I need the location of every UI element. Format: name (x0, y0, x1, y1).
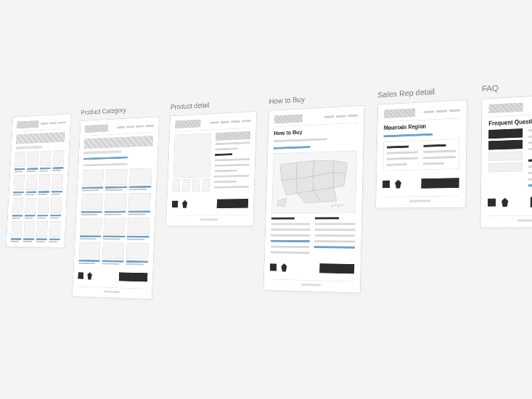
primary-cta-button[interactable] (319, 263, 354, 273)
svg-point-0 (332, 205, 333, 207)
logo-placeholder (85, 124, 108, 133)
copy-columns (270, 216, 355, 255)
faq-nav-item[interactable] (488, 151, 523, 161)
product-card[interactable] (102, 242, 124, 265)
logo-placeholder (384, 108, 415, 118)
filter-link[interactable] (83, 157, 128, 160)
grid-card[interactable] (37, 198, 49, 219)
logo-placeholder (274, 114, 303, 123)
cta-row (172, 199, 248, 208)
faq-nav-item-active[interactable] (488, 128, 523, 139)
category-grid (78, 168, 152, 266)
top-nav (324, 115, 358, 118)
grid-card[interactable] (36, 221, 48, 242)
grid-card[interactable] (52, 150, 64, 171)
site-header (17, 119, 66, 132)
grid-card[interactable] (12, 198, 23, 219)
catalog-icon (270, 263, 277, 271)
product-card[interactable] (126, 243, 149, 266)
cta-row (488, 197, 532, 207)
site-header (384, 106, 460, 122)
site-header (175, 117, 251, 132)
grid-card[interactable] (52, 174, 63, 195)
location-pin-icon (395, 180, 401, 189)
primary-cta-button[interactable] (421, 178, 459, 189)
catalog-icon (172, 201, 178, 207)
location-pin-icon (182, 200, 187, 208)
grid-card[interactable] (49, 221, 60, 242)
product-card[interactable] (80, 218, 102, 240)
cta-row (270, 263, 355, 273)
grid-card[interactable] (27, 151, 38, 172)
product-card[interactable] (129, 168, 152, 191)
catalog-icon (78, 272, 83, 279)
grid-card[interactable] (13, 175, 25, 196)
svg-point-2 (337, 205, 339, 207)
product-card[interactable] (105, 169, 128, 191)
top-nav (210, 120, 250, 124)
grid-card[interactable] (38, 174, 50, 195)
primary-cta-button[interactable] (118, 272, 147, 281)
cta-row (78, 271, 147, 281)
thumbnail[interactable] (182, 179, 190, 192)
intro-text (83, 163, 127, 166)
wireframe-label (13, 109, 71, 112)
site-footer (171, 215, 247, 221)
wireframe-faq: FAQ Frequent Questions (480, 78, 532, 228)
wireframe-how-to-buy: How to Buy How to Buy (263, 91, 365, 293)
back-link[interactable] (383, 133, 432, 138)
location-pin-icon (281, 263, 287, 272)
location-pin-icon (502, 198, 509, 207)
wireframe-sales-rep: Sales Rep detail Mountain Region (375, 85, 467, 209)
grid-card[interactable] (50, 197, 62, 218)
faq-nav-item[interactable] (488, 163, 523, 173)
primary-cta-button[interactable] (216, 199, 247, 208)
page-title: Mountain Region (384, 122, 460, 131)
grid-card[interactable] (15, 152, 26, 173)
us-map[interactable] (271, 150, 357, 213)
faq-nav (488, 128, 523, 189)
product-card[interactable] (127, 218, 150, 240)
product-card[interactable] (82, 170, 104, 192)
product-card[interactable] (128, 193, 151, 215)
thumbnail[interactable] (202, 178, 210, 192)
site-header (274, 111, 358, 127)
thumbnail[interactable] (173, 179, 181, 192)
grid-card[interactable] (23, 221, 35, 242)
product-card[interactable] (103, 218, 126, 239)
wireframe-label: Sales Rep detail (377, 85, 467, 99)
grid-card[interactable] (25, 198, 36, 219)
grid-card[interactable] (25, 174, 37, 195)
hero-banner (16, 132, 65, 144)
rep-card (382, 139, 459, 170)
top-nav (423, 109, 459, 113)
catalog-icon (488, 199, 496, 207)
page-title: How to Buy (274, 126, 357, 136)
grid-card[interactable] (39, 151, 51, 172)
cta-row (382, 178, 459, 189)
faq-content (528, 126, 532, 188)
product-grid (11, 150, 65, 243)
top-nav (117, 125, 154, 128)
site-footer (77, 287, 147, 294)
product-image (173, 133, 211, 178)
product-card[interactable] (78, 242, 100, 264)
product-title (216, 131, 250, 141)
link-text[interactable] (274, 146, 311, 149)
wireframe-label: Product detail (170, 98, 257, 111)
product-thumbnails (173, 178, 210, 192)
category-subtitle (83, 150, 121, 155)
product-card[interactable] (104, 193, 126, 215)
site-header (84, 122, 153, 136)
product-card[interactable] (81, 194, 102, 215)
location-pin-icon (87, 272, 92, 280)
hero-banner (84, 136, 153, 149)
thumbnail[interactable] (192, 179, 200, 192)
page-title: Frequent Questions (488, 117, 532, 127)
intro-text (274, 138, 327, 142)
top-nav (41, 122, 66, 125)
logo-placeholder (488, 102, 523, 113)
faq-nav-item[interactable] (488, 140, 523, 150)
wireframe-label: Product Category (81, 104, 160, 116)
grid-card[interactable] (11, 221, 22, 242)
